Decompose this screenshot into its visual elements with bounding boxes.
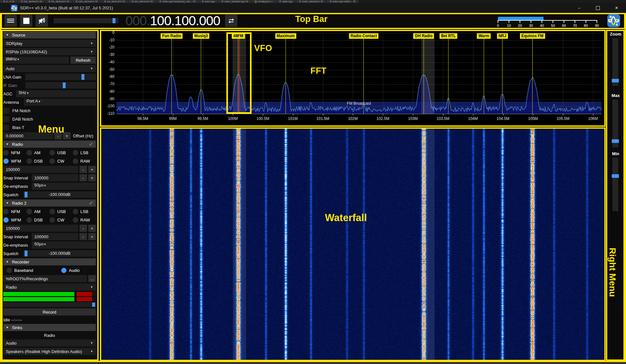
frequency-display[interactable]: 000.100.100.000 bbox=[125, 13, 220, 28]
lna-gain-handle[interactable] bbox=[81, 74, 84, 80]
source-device-select[interactable]: RSPdx (191106DA42)▼ bbox=[3, 48, 96, 55]
snap-plus-button[interactable]: + bbox=[88, 233, 96, 240]
editor-tab[interactable]: Cmain.cpp frequency_ma...M bbox=[156, 0, 199, 3]
dab-notch-checkbox[interactable] bbox=[3, 116, 9, 122]
mode-lsb[interactable]: LSB bbox=[73, 150, 96, 155]
mode-raw[interactable]: RAW bbox=[73, 158, 96, 164]
mode-wfm[interactable]: WFM bbox=[3, 217, 27, 223]
source-section-header[interactable]: ▼Source bbox=[3, 31, 96, 38]
record-button[interactable]: Record bbox=[3, 308, 96, 316]
lna-gain-slider[interactable] bbox=[25, 74, 96, 80]
volume-slider-handle[interactable] bbox=[113, 18, 115, 23]
agc-value: 5Hz bbox=[19, 90, 26, 95]
sink-device-select[interactable]: Speakers (Realtek High Definition Audio)… bbox=[3, 348, 96, 355]
agc-select[interactable]: 5Hz▼ bbox=[16, 90, 96, 97]
editor-tab[interactable]: Ccore.cpp bbox=[199, 0, 218, 3]
offset-minus-button[interactable]: - bbox=[54, 132, 62, 139]
mute-button[interactable] bbox=[36, 15, 48, 27]
bandwidth-minus-button[interactable]: - bbox=[80, 225, 87, 232]
mode-cw[interactable]: CW bbox=[49, 158, 73, 164]
tuning-mode-button[interactable] bbox=[225, 15, 237, 27]
squelch-slider[interactable]: -100.000dB bbox=[23, 250, 96, 257]
samplerate-select[interactable]: Auto▼ bbox=[3, 65, 96, 72]
bandwidth-select[interactable]: 8MHz▼ bbox=[3, 57, 69, 64]
snap-input[interactable]: 100000 bbox=[32, 233, 78, 240]
radio-bandwidth-input[interactable]: 150000 bbox=[3, 166, 78, 173]
volume-slider[interactable] bbox=[54, 18, 118, 23]
recorder-stream-select[interactable]: Radio▼ bbox=[3, 284, 96, 291]
mode-dsb[interactable]: DSB bbox=[27, 217, 50, 223]
editor-tab[interactable]: Cmain_window.hM bbox=[296, 0, 326, 3]
chevron-down-icon: ▼ bbox=[17, 58, 20, 61]
editor-tab[interactable]: Clsb_demod.hM bbox=[18, 0, 45, 3]
snap-minus-button[interactable]: - bbox=[80, 233, 87, 240]
mode-usb[interactable]: USB bbox=[49, 150, 73, 155]
mode-cw[interactable]: CW bbox=[49, 217, 73, 223]
mode-am[interactable]: AM bbox=[27, 209, 50, 214]
snap-minus-button[interactable]: - bbox=[80, 174, 87, 181]
close-button[interactable]: ✕ bbox=[607, 3, 626, 13]
min-slider-handle[interactable] bbox=[612, 174, 619, 178]
offset-input[interactable]: 0.000000 bbox=[3, 132, 53, 139]
minimize-button[interactable]: – bbox=[570, 3, 588, 13]
radio-section-header[interactable]: ▼Radio✓ bbox=[3, 141, 96, 148]
mode-usb[interactable]: USB bbox=[49, 209, 73, 214]
mode-dsb[interactable]: DSB bbox=[27, 158, 50, 164]
zoom-slider[interactable] bbox=[612, 38, 618, 86]
if-gain-slider[interactable] bbox=[25, 82, 96, 89]
antenna-select[interactable]: Port A▼ bbox=[24, 99, 96, 106]
source-driver-select[interactable]: SDRplay▼ bbox=[3, 40, 96, 47]
offset-plus-button[interactable]: + bbox=[63, 132, 70, 139]
editor-tab[interactable]: Cfm_demod.hM bbox=[45, 0, 72, 3]
module-enabled-check-icon[interactable]: ✓ bbox=[89, 200, 93, 206]
editor-tab[interactable]: {}config.json× bbox=[252, 0, 276, 3]
mode-nfm[interactable]: NFM bbox=[3, 209, 27, 214]
snap-input[interactable]: 100000 bbox=[32, 174, 78, 181]
editor-tab[interactable]: Cmain_window.cppM bbox=[218, 0, 252, 3]
mode-baseband[interactable]: Baseband bbox=[6, 268, 49, 273]
fft-canvas[interactable] bbox=[101, 31, 604, 126]
bandwidth-minus-button[interactable]: - bbox=[80, 166, 87, 173]
bias-t-checkbox[interactable] bbox=[3, 124, 9, 131]
recorder-volume-slider[interactable] bbox=[3, 302, 96, 307]
mode-raw[interactable]: RAW bbox=[73, 217, 96, 223]
radio2-bandwidth-input[interactable]: 150000 bbox=[3, 225, 78, 232]
mode-wfm[interactable]: WFM bbox=[3, 158, 27, 164]
deemphasis-select[interactable]: 50µs▼ bbox=[32, 183, 96, 190]
max-slider[interactable] bbox=[612, 100, 618, 147]
mode-lsb[interactable]: LSB bbox=[73, 209, 96, 214]
recorder-volume-handle[interactable] bbox=[92, 303, 95, 307]
bandwidth-plus-button[interactable]: + bbox=[88, 166, 96, 173]
waterfall-canvas[interactable] bbox=[101, 129, 604, 360]
recording-path-input[interactable]: %ROOT%/Recordings bbox=[3, 275, 87, 282]
collapse-arrow-icon: ▼ bbox=[6, 143, 9, 146]
mode-nfm[interactable]: NFM bbox=[3, 150, 27, 155]
snap-plus-button[interactable]: + bbox=[88, 174, 96, 181]
editor-tab[interactable]: Cmain.cpp radio\...M bbox=[326, 0, 359, 3]
sinks-section-header[interactable]: ▼Sinks bbox=[3, 324, 96, 331]
mode-am[interactable]: AM bbox=[27, 150, 50, 155]
deemphasis-select[interactable]: 50µs▼ bbox=[32, 241, 96, 249]
recorder-section-header[interactable]: ▼Recorder bbox=[3, 258, 96, 265]
stop-button[interactable] bbox=[20, 15, 32, 27]
menu-toggle-button[interactable] bbox=[5, 15, 17, 27]
editor-tab[interactable]: Cam_demod.hM bbox=[128, 0, 156, 3]
maximize-button[interactable] bbox=[588, 3, 607, 13]
max-slider-handle[interactable] bbox=[612, 139, 619, 143]
browse-button[interactable]: ... bbox=[88, 275, 96, 282]
editor-tab[interactable]: Cstyle.cpp bbox=[276, 0, 296, 3]
sink-type-select[interactable]: Audio▼ bbox=[3, 339, 96, 347]
min-slider[interactable] bbox=[612, 158, 618, 211]
editor-tab[interactable]: Cd...hM bbox=[0, 0, 18, 3]
if-gain-handle[interactable] bbox=[63, 82, 66, 88]
module-enabled-check-icon[interactable]: ✓ bbox=[89, 141, 93, 147]
mode-audio[interactable]: Audio bbox=[61, 268, 96, 273]
squelch-slider[interactable]: -100.000dB bbox=[23, 191, 96, 198]
editor-tab[interactable]: Cusb_demod.hM bbox=[72, 0, 101, 3]
radio2-section-header[interactable]: ▼Radio 2✓ bbox=[3, 199, 96, 207]
editor-tab[interactable]: Ccw_demod.hM bbox=[101, 0, 128, 3]
refresh-button[interactable]: Refresh bbox=[70, 57, 96, 64]
zoom-slider-handle[interactable] bbox=[612, 79, 619, 82]
fm-notch-checkbox[interactable] bbox=[3, 108, 9, 114]
bandwidth-plus-button[interactable]: + bbox=[88, 225, 96, 232]
